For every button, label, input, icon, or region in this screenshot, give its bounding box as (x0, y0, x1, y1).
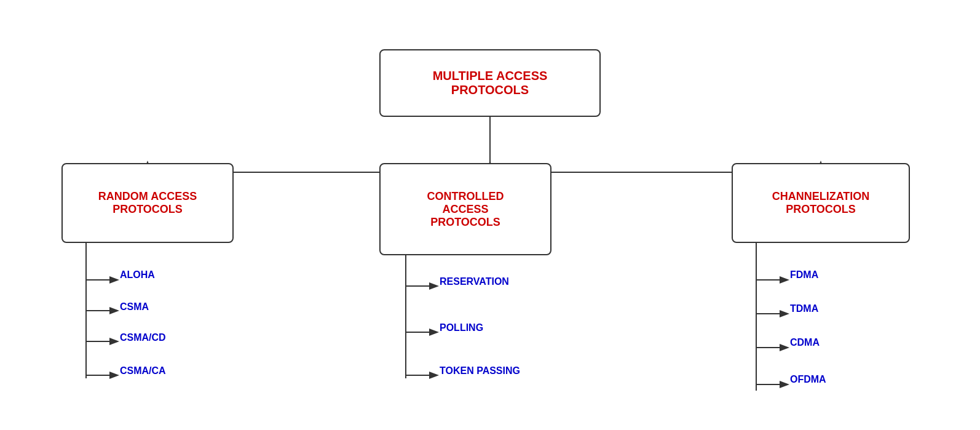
diagram: MULTIPLE ACCESSPROTOCOLS RANDOM ACCESSPR… (0, 0, 980, 430)
random-access-node: RANDOM ACCESSPROTOCOLS (61, 163, 234, 243)
root-node: MULTIPLE ACCESSPROTOCOLS (379, 49, 601, 117)
leaf-cdma: CDMA (790, 337, 820, 348)
leaf-csmaca: CSMA/CA (120, 365, 166, 376)
leaf-aloha: ALOHA (120, 269, 155, 281)
leaf-polling: POLLING (440, 322, 483, 333)
leaf-ofdma: OFDMA (790, 374, 826, 385)
channelization-node: CHANNELIZATIONPROTOCOLS (732, 163, 910, 243)
root-label: MULTIPLE ACCESSPROTOCOLS (433, 69, 548, 97)
leaf-csma: CSMA (120, 301, 149, 313)
leaf-tdma: TDMA (790, 303, 818, 314)
controlled-access-node: CONTROLLEDACCESSPROTOCOLS (379, 163, 551, 255)
leaf-reservation: RESERVATION (440, 276, 509, 287)
leaf-fdma: FDMA (790, 269, 818, 281)
leaf-csmacd: CSMA/CD (120, 332, 166, 343)
random-access-label: RANDOM ACCESSPROTOCOLS (98, 190, 197, 216)
channelization-label: CHANNELIZATIONPROTOCOLS (772, 190, 870, 216)
leaf-token-passing: TOKEN PASSING (440, 365, 520, 376)
controlled-access-label: CONTROLLEDACCESSPROTOCOLS (427, 190, 504, 229)
